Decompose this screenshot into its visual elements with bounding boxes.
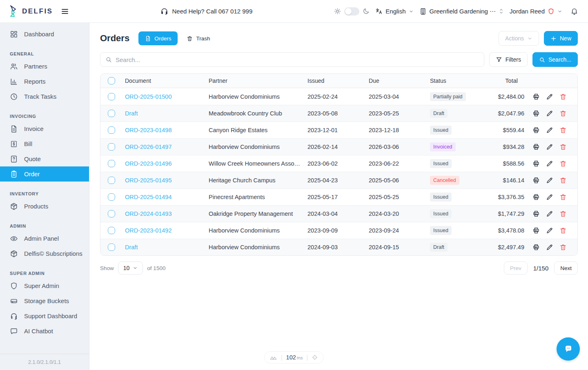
sidebar-item-products[interactable]: Products <box>0 199 89 214</box>
search-input[interactable] <box>116 56 479 63</box>
next-page-button[interactable]: Next <box>554 261 578 275</box>
row-checkbox[interactable] <box>108 244 115 251</box>
sidebar-item-quote[interactable]: Quote <box>0 151 89 166</box>
sidebar-item-track-tasks[interactable]: Track Tasks <box>0 89 89 104</box>
delete-trash-icon[interactable] <box>559 177 567 184</box>
sidebar-item-invoice[interactable]: Invoice <box>0 121 89 136</box>
edit-pencil-icon[interactable] <box>546 193 553 201</box>
delfis-logo[interactable]: DELFIS <box>9 5 53 18</box>
notifications-bell-icon[interactable] <box>570 7 579 16</box>
sidebar-item-dashboard[interactable]: Dashboard <box>0 27 89 42</box>
sidebar-item-bill[interactable]: Bill <box>0 136 89 151</box>
print-icon[interactable] <box>532 210 540 217</box>
new-button[interactable]: New <box>544 31 578 46</box>
total-count-label: of 1500 <box>147 265 165 271</box>
row-checkbox[interactable] <box>108 93 115 100</box>
sidebar-item-ai-chatbot[interactable]: AI Chatbot <box>0 323 89 339</box>
issued-cell: 2024-03-04 <box>301 210 362 217</box>
chat-widget-button[interactable] <box>557 337 580 361</box>
print-icon[interactable] <box>532 177 540 184</box>
total-cell: $588.56 <box>496 160 532 167</box>
column-header-document[interactable]: Document <box>118 78 202 84</box>
print-icon[interactable] <box>532 227 540 234</box>
document-link[interactable]: ORD-2023-01492 <box>125 227 172 234</box>
target-icon[interactable] <box>312 354 318 361</box>
document-link[interactable]: ORD-2026-01497 <box>125 144 172 150</box>
row-checkbox[interactable] <box>108 210 115 217</box>
delete-trash-icon[interactable] <box>559 244 567 251</box>
document-link[interactable]: ORD-2025-01500 <box>125 93 172 100</box>
sidebar-item-order[interactable]: Order <box>0 166 89 182</box>
sidebar-item-partners[interactable]: Partners <box>0 59 89 74</box>
page-size-select[interactable]: 10 <box>118 261 143 275</box>
prev-page-button[interactable]: Prev <box>504 261 528 275</box>
sidebar-item-admin-panel[interactable]: Admin Panel <box>0 231 89 246</box>
user-menu[interactable]: Jordan Reed <box>510 8 562 15</box>
language-selector[interactable]: English <box>375 8 413 15</box>
sidebar-item-support-dashboard[interactable]: Support Dashboard <box>0 308 89 323</box>
row-checkbox[interactable] <box>108 143 115 151</box>
delete-trash-icon[interactable] <box>559 227 567 234</box>
delete-trash-icon[interactable] <box>559 143 567 151</box>
row-checkbox[interactable] <box>108 177 115 184</box>
company-selector[interactable]: Greenfield Gardening ⋯ <box>419 8 504 15</box>
delete-trash-icon[interactable] <box>559 93 567 100</box>
delete-trash-icon[interactable] <box>559 210 567 217</box>
row-checkbox[interactable] <box>108 126 115 134</box>
tab-orders[interactable]: Orders <box>138 31 178 45</box>
actions-dropdown[interactable]: Actions <box>499 31 539 46</box>
sidebar-item-delfis-subscriptions[interactable]: Delfis© Subscriptions <box>0 246 89 261</box>
select-all-checkbox[interactable] <box>108 77 115 84</box>
total-cell: $2,047.96 <box>496 110 532 117</box>
edit-pencil-icon[interactable] <box>546 110 553 117</box>
row-checkbox[interactable] <box>108 193 115 201</box>
document-link[interactable]: ORD-2025-01495 <box>125 177 172 184</box>
column-header-status[interactable]: Status <box>423 78 496 84</box>
delete-trash-icon[interactable] <box>559 126 567 134</box>
hamburger-menu-icon[interactable] <box>60 7 70 16</box>
tab-trash[interactable]: Trash <box>180 31 216 45</box>
edit-pencil-icon[interactable] <box>546 143 553 151</box>
orders-table: Document Partner Issued Due Status Total… <box>100 73 578 256</box>
column-header-due[interactable]: Due <box>362 78 423 84</box>
search-button[interactable]: Search... <box>532 52 578 67</box>
print-icon[interactable] <box>532 160 540 167</box>
due-cell: 2026-03-06 <box>362 144 423 150</box>
delete-trash-icon[interactable] <box>559 110 567 117</box>
sidebar-item-reports[interactable]: Reports <box>0 74 89 89</box>
document-link[interactable]: ORD-2023-01496 <box>125 160 172 167</box>
chevron-down-icon <box>527 36 532 41</box>
row-checkbox[interactable] <box>108 160 115 167</box>
document-link[interactable]: ORD-2025-01494 <box>125 194 172 200</box>
sidebar-item-super-admin[interactable]: Super Admin <box>0 278 89 293</box>
edit-pencil-icon[interactable] <box>546 244 553 251</box>
print-icon[interactable] <box>532 110 540 117</box>
edit-pencil-icon[interactable] <box>546 93 553 100</box>
sidebar-item-label: AI Chatbot <box>24 328 53 335</box>
print-icon[interactable] <box>532 126 540 134</box>
sidebar-item-label: Super Admin <box>24 282 59 289</box>
edit-pencil-icon[interactable] <box>546 126 553 134</box>
edit-pencil-icon[interactable] <box>546 177 553 184</box>
filters-button[interactable]: Filters <box>489 52 528 67</box>
sidebar-item-storage-buckets[interactable]: Storage Buckets <box>0 293 89 308</box>
print-icon[interactable] <box>532 244 540 251</box>
delete-trash-icon[interactable] <box>559 193 567 201</box>
print-icon[interactable] <box>532 93 540 100</box>
document-link[interactable]: ORD-2024-01493 <box>125 210 172 217</box>
document-link[interactable]: Draft <box>125 244 138 250</box>
column-header-issued[interactable]: Issued <box>301 78 362 84</box>
edit-pencil-icon[interactable] <box>546 227 553 234</box>
row-checkbox[interactable] <box>108 227 115 234</box>
document-link[interactable]: ORD-2023-01498 <box>125 127 172 133</box>
dark-mode-toggle[interactable] <box>344 7 359 16</box>
delete-trash-icon[interactable] <box>559 160 567 167</box>
print-icon[interactable] <box>532 143 540 151</box>
document-link[interactable]: Draft <box>125 110 138 117</box>
column-header-partner[interactable]: Partner <box>202 78 301 84</box>
print-icon[interactable] <box>532 193 540 201</box>
edit-pencil-icon[interactable] <box>546 160 553 167</box>
edit-pencil-icon[interactable] <box>546 210 553 217</box>
row-checkbox[interactable] <box>108 110 115 117</box>
column-header-total[interactable]: Total <box>496 78 532 84</box>
